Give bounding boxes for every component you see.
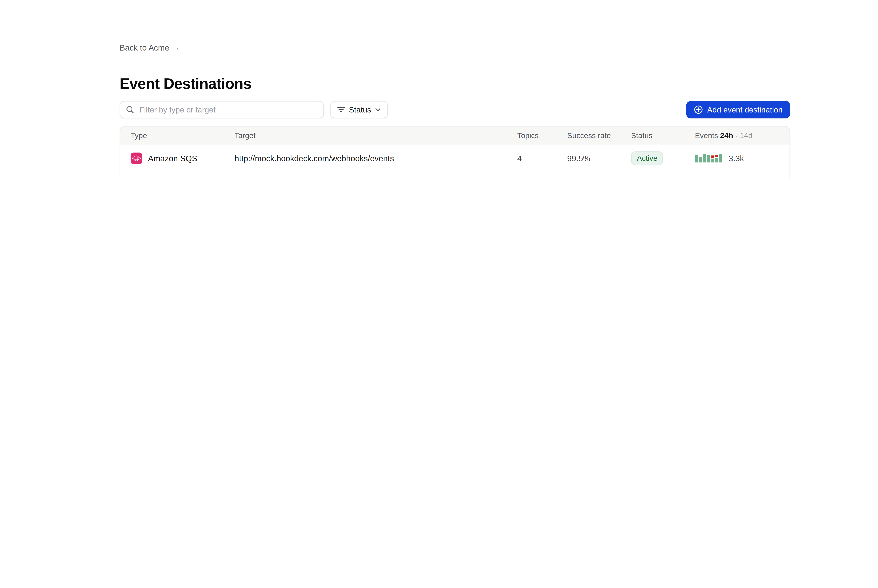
table-header-row: Type Target Topics Success rate Status E… — [120, 126, 789, 144]
column-header-type: Type — [120, 131, 235, 140]
events-cell: 3.3k — [695, 153, 789, 163]
plus-circle-icon — [694, 105, 703, 114]
add-button-label: Add event destination — [707, 105, 782, 114]
arrow-right-icon: → — [172, 43, 180, 52]
search-icon — [126, 106, 134, 114]
status-badge: Active — [631, 151, 663, 165]
column-header-success-rate: Success rate — [567, 131, 631, 140]
column-header-status: Status — [631, 131, 695, 140]
success-rate-cell: 99.5% — [567, 153, 631, 163]
events-total: 3.3k — [729, 153, 744, 163]
page-title: Event Destinations — [120, 75, 251, 93]
table-row[interactable]: Amazon SQS http://mock.hookdeck.com/webh… — [120, 144, 789, 172]
event-destinations-page: Back to Acme→ Event Destinations Status — [0, 0, 878, 178]
amazon-sqs-icon — [131, 152, 142, 164]
toolbar: Status Add event destination — [120, 101, 790, 118]
events-sparkline — [695, 154, 722, 162]
back-link-label: Back to Acme — [120, 43, 169, 52]
status-filter-label: Status — [349, 105, 371, 114]
table-row[interactable]: Hookdeck http://mock.hookdeck.com/webhoo… — [120, 172, 789, 178]
type-label: Amazon SQS — [148, 153, 197, 163]
filter-icon — [337, 106, 345, 113]
type-cell: Amazon SQS — [120, 152, 235, 164]
status-filter-button[interactable]: Status — [330, 101, 388, 118]
chevron-down-icon — [375, 108, 381, 112]
add-event-destination-button[interactable]: Add event destination — [686, 101, 790, 118]
event-destinations-table: Type Target Topics Success rate Status E… — [120, 126, 790, 178]
search-input[interactable] — [138, 105, 318, 115]
column-header-target: Target — [235, 131, 517, 140]
column-header-topics: Topics — [517, 131, 567, 140]
target-cell: http://mock.hookdeck.com/webhooks/events — [235, 153, 517, 163]
search-box[interactable] — [120, 101, 324, 118]
status-cell: Active — [631, 151, 695, 165]
back-to-acme-link[interactable]: Back to Acme→ — [120, 43, 180, 52]
topics-cell: 4 — [517, 153, 567, 163]
column-header-events: Events 24h · 14d — [695, 131, 789, 140]
